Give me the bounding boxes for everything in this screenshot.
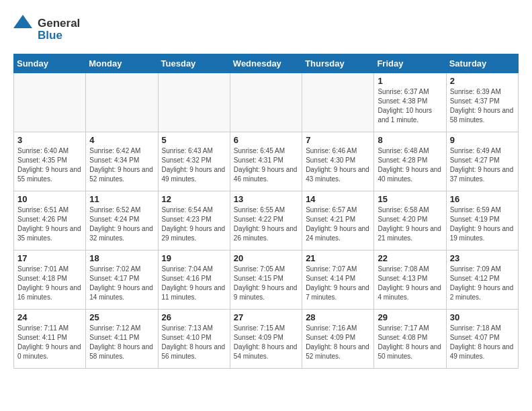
calendar-cell: 21Sunrise: 7:07 AM Sunset: 4:14 PM Dayli… — [302, 250, 374, 310]
day-number: 30 — [450, 312, 515, 322]
weekday-header-friday: Friday — [374, 54, 446, 73]
day-info: Sunrise: 7:05 AM Sunset: 4:15 PM Dayligh… — [234, 265, 298, 302]
day-info: Sunrise: 6:46 AM Sunset: 4:30 PM Dayligh… — [306, 146, 370, 184]
day-number: 25 — [89, 312, 154, 322]
weekday-header-monday: Monday — [86, 54, 158, 73]
calendar-cell — [14, 73, 86, 132]
calendar-cell: 14Sunrise: 6:57 AM Sunset: 4:21 PM Dayli… — [302, 191, 374, 250]
calendar-cell: 23Sunrise: 7:09 AM Sunset: 4:12 PM Dayli… — [446, 250, 518, 310]
day-info: Sunrise: 6:49 AM Sunset: 4:27 PM Dayligh… — [450, 146, 515, 184]
day-number: 29 — [378, 312, 442, 322]
day-info: Sunrise: 6:52 AM Sunset: 4:24 PM Dayligh… — [89, 205, 154, 243]
calendar-cell: 4Sunrise: 6:42 AM Sunset: 4:34 PM Daylig… — [86, 132, 158, 191]
calendar-cell: 10Sunrise: 6:51 AM Sunset: 4:26 PM Dayli… — [14, 191, 86, 250]
day-number: 11 — [89, 194, 154, 204]
calendar-cell: 20Sunrise: 7:05 AM Sunset: 4:15 PM Dayli… — [230, 250, 302, 310]
calendar-cell: 22Sunrise: 7:08 AM Sunset: 4:13 PM Dayli… — [374, 250, 446, 310]
svg-marker-0 — [13, 15, 32, 28]
calendar-cell: 29Sunrise: 7:17 AM Sunset: 4:08 PM Dayli… — [374, 310, 446, 369]
calendar-week-row: 1Sunrise: 6:37 AM Sunset: 4:38 PM Daylig… — [14, 73, 519, 132]
calendar-cell: 6Sunrise: 6:45 AM Sunset: 4:31 PM Daylig… — [230, 132, 302, 191]
calendar-header-row: SundayMondayTuesdayWednesdayThursdayFrid… — [14, 54, 519, 73]
day-number: 17 — [17, 253, 82, 263]
weekday-header-thursday: Thursday — [302, 54, 374, 73]
day-number: 7 — [306, 135, 370, 145]
calendar-cell: 19Sunrise: 7:04 AM Sunset: 4:16 PM Dayli… — [158, 250, 230, 310]
day-info: Sunrise: 6:55 AM Sunset: 4:22 PM Dayligh… — [234, 205, 298, 243]
day-info: Sunrise: 7:01 AM Sunset: 4:18 PM Dayligh… — [17, 265, 82, 302]
calendar-cell — [86, 73, 158, 132]
calendar-cell: 11Sunrise: 6:52 AM Sunset: 4:24 PM Dayli… — [86, 191, 158, 250]
day-number: 1 — [378, 76, 442, 86]
day-info: Sunrise: 7:12 AM Sunset: 4:11 PM Dayligh… — [89, 324, 154, 361]
calendar-cell: 27Sunrise: 7:15 AM Sunset: 4:09 PM Dayli… — [230, 310, 302, 369]
day-number: 2 — [450, 76, 515, 86]
day-number: 15 — [378, 194, 442, 204]
day-number: 16 — [450, 194, 515, 204]
day-number: 8 — [378, 135, 442, 145]
day-info: Sunrise: 6:45 AM Sunset: 4:31 PM Dayligh… — [234, 146, 298, 184]
day-number: 9 — [450, 135, 515, 145]
svg-text:Blue: Blue — [38, 29, 62, 42]
calendar-cell: 15Sunrise: 6:58 AM Sunset: 4:20 PM Dayli… — [374, 191, 446, 250]
calendar-cell: 18Sunrise: 7:02 AM Sunset: 4:17 PM Dayli… — [86, 250, 158, 310]
day-info: Sunrise: 7:04 AM Sunset: 4:16 PM Dayligh… — [162, 265, 226, 302]
day-info: Sunrise: 7:16 AM Sunset: 4:09 PM Dayligh… — [306, 324, 370, 361]
day-number: 5 — [162, 135, 226, 145]
calendar-cell — [230, 73, 302, 132]
day-number: 14 — [306, 194, 370, 204]
day-number: 20 — [234, 253, 298, 263]
day-number: 10 — [17, 194, 82, 204]
svg-text:General: General — [38, 17, 80, 30]
day-number: 12 — [162, 194, 226, 204]
day-number: 19 — [162, 253, 226, 263]
day-number: 13 — [234, 194, 298, 204]
logo: GeneralBlue — [13, 13, 101, 43]
day-info: Sunrise: 7:11 AM Sunset: 4:11 PM Dayligh… — [17, 324, 82, 361]
day-number: 27 — [234, 312, 298, 322]
day-info: Sunrise: 6:39 AM Sunset: 4:37 PM Dayligh… — [450, 87, 515, 125]
calendar-week-row: 24Sunrise: 7:11 AM Sunset: 4:11 PM Dayli… — [14, 310, 519, 369]
day-number: 26 — [162, 312, 226, 322]
day-info: Sunrise: 7:02 AM Sunset: 4:17 PM Dayligh… — [89, 265, 154, 302]
day-info: Sunrise: 7:09 AM Sunset: 4:12 PM Dayligh… — [450, 265, 515, 302]
day-number: 28 — [306, 312, 370, 322]
page-header: GeneralBlue — [13, 13, 519, 43]
calendar-cell: 3Sunrise: 6:40 AM Sunset: 4:35 PM Daylig… — [14, 132, 86, 191]
day-info: Sunrise: 7:13 AM Sunset: 4:10 PM Dayligh… — [162, 324, 226, 361]
day-info: Sunrise: 7:07 AM Sunset: 4:14 PM Dayligh… — [306, 265, 370, 302]
day-number: 6 — [234, 135, 298, 145]
logo-svg: GeneralBlue — [13, 13, 101, 43]
calendar-cell: 12Sunrise: 6:54 AM Sunset: 4:23 PM Dayli… — [158, 191, 230, 250]
calendar-cell: 16Sunrise: 6:59 AM Sunset: 4:19 PM Dayli… — [446, 191, 518, 250]
day-info: Sunrise: 6:54 AM Sunset: 4:23 PM Dayligh… — [162, 205, 226, 243]
day-info: Sunrise: 6:43 AM Sunset: 4:32 PM Dayligh… — [162, 146, 226, 184]
day-number: 18 — [89, 253, 154, 263]
calendar-cell: 17Sunrise: 7:01 AM Sunset: 4:18 PM Dayli… — [14, 250, 86, 310]
day-info: Sunrise: 6:40 AM Sunset: 4:35 PM Dayligh… — [17, 146, 82, 184]
day-info: Sunrise: 7:15 AM Sunset: 4:09 PM Dayligh… — [234, 324, 298, 361]
calendar-cell: 9Sunrise: 6:49 AM Sunset: 4:27 PM Daylig… — [446, 132, 518, 191]
calendar-cell: 1Sunrise: 6:37 AM Sunset: 4:38 PM Daylig… — [374, 73, 446, 132]
calendar-cell: 8Sunrise: 6:48 AM Sunset: 4:28 PM Daylig… — [374, 132, 446, 191]
calendar-week-row: 17Sunrise: 7:01 AM Sunset: 4:18 PM Dayli… — [14, 250, 519, 310]
calendar-table: SundayMondayTuesdayWednesdayThursdayFrid… — [13, 54, 519, 369]
day-info: Sunrise: 6:51 AM Sunset: 4:26 PM Dayligh… — [17, 205, 82, 243]
day-info: Sunrise: 6:42 AM Sunset: 4:34 PM Dayligh… — [89, 146, 154, 184]
weekday-header-sunday: Sunday — [14, 54, 86, 73]
calendar-cell: 28Sunrise: 7:16 AM Sunset: 4:09 PM Dayli… — [302, 310, 374, 369]
weekday-header-saturday: Saturday — [446, 54, 518, 73]
calendar-week-row: 3Sunrise: 6:40 AM Sunset: 4:35 PM Daylig… — [14, 132, 519, 191]
day-info: Sunrise: 6:57 AM Sunset: 4:21 PM Dayligh… — [306, 205, 370, 243]
calendar-cell: 26Sunrise: 7:13 AM Sunset: 4:10 PM Dayli… — [158, 310, 230, 369]
weekday-header-tuesday: Tuesday — [158, 54, 230, 73]
day-number: 24 — [17, 312, 82, 322]
calendar-cell: 5Sunrise: 6:43 AM Sunset: 4:32 PM Daylig… — [158, 132, 230, 191]
day-number: 4 — [89, 135, 154, 145]
day-number: 22 — [378, 253, 442, 263]
calendar-cell — [302, 73, 374, 132]
day-info: Sunrise: 6:58 AM Sunset: 4:20 PM Dayligh… — [378, 205, 442, 243]
calendar-cell: 13Sunrise: 6:55 AM Sunset: 4:22 PM Dayli… — [230, 191, 302, 250]
weekday-header-wednesday: Wednesday — [230, 54, 302, 73]
day-info: Sunrise: 6:59 AM Sunset: 4:19 PM Dayligh… — [450, 205, 515, 243]
